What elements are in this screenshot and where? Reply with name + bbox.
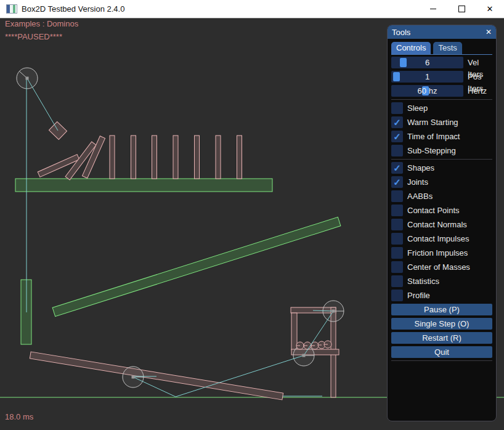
- app-icon: [6, 4, 17, 14]
- checkbox-time-of-impact[interactable]: ✓Time of Impact: [391, 131, 492, 142]
- tools-panel-title: Tools: [392, 28, 410, 37]
- minimize-icon: [430, 9, 436, 9]
- checkbox-box[interactable]: ✓: [391, 131, 403, 142]
- tools-panel-close-icon[interactable]: ✕: [486, 28, 492, 36]
- checkbox-label: Sleep: [407, 103, 428, 113]
- example-label: Examples : Dominos: [5, 19, 78, 28]
- window-titlebar: Box2D Testbed Version 2.4.0 ✕: [0, 0, 504, 18]
- frame-time-label: 18.0 ms: [5, 412, 33, 421]
- body-origin-marker: [132, 376, 135, 379]
- checkbox-joints[interactable]: ✓Joints: [391, 176, 492, 188]
- checkbox-label: Friction Impulses: [407, 248, 468, 258]
- maximize-icon: [458, 6, 465, 12]
- checkbox-contact-points[interactable]: Contact Points: [391, 205, 492, 216]
- checkbox-warm-starting[interactable]: ✓Warm Starting: [391, 116, 492, 128]
- dynamic-body-rect: [291, 313, 297, 350]
- separator: [391, 360, 492, 361]
- checkbox-box[interactable]: [391, 247, 403, 259]
- checkbox-sleep[interactable]: Sleep: [391, 102, 492, 114]
- slider-pos-iters[interactable]: 1: [391, 71, 463, 83]
- checkbox-box[interactable]: ✓: [391, 116, 403, 128]
- tab-bar: ControlsTests: [391, 42, 492, 55]
- minimize-button[interactable]: [419, 0, 447, 18]
- quit-button[interactable]: Quit: [391, 346, 492, 358]
- checkbox-label: Center of Masses: [407, 262, 470, 272]
- checkbox-box[interactable]: ✓: [391, 176, 403, 188]
- joint-line: [27, 78, 58, 131]
- tab-tests[interactable]: Tests: [433, 42, 461, 54]
- static-body-rect: [52, 217, 341, 316]
- checkbox-label: Contact Points: [407, 206, 460, 215]
- checkbox-box[interactable]: [391, 219, 403, 230]
- checkbox-label: Sub-Stepping: [407, 146, 456, 155]
- checkbox-box[interactable]: [391, 102, 403, 114]
- slider-vel-iters[interactable]: 6: [391, 57, 463, 68]
- checkbox-aabbs[interactable]: AABBs: [391, 190, 492, 202]
- checkbox-label: Profile: [407, 291, 430, 300]
- pause-button[interactable]: Pause (P): [391, 304, 492, 315]
- checkbox-center-of-masses[interactable]: Center of Masses: [391, 261, 492, 273]
- slider-label: Hertz: [468, 85, 487, 97]
- checkbox-statistics[interactable]: Statistics: [391, 275, 492, 287]
- checkbox-box[interactable]: ✓: [391, 162, 403, 174]
- joint-line: [304, 311, 333, 355]
- slider-group: 6Vel Iters1Pos Iters60 hzHertz: [391, 57, 492, 97]
- checkbox-box[interactable]: [391, 205, 403, 216]
- checkbox-shapes[interactable]: ✓Shapes: [391, 162, 492, 174]
- tab-controls[interactable]: Controls: [391, 42, 431, 54]
- maximize-button[interactable]: [447, 0, 476, 18]
- dynamic-body-rect: [152, 136, 157, 179]
- static-body-rect: [15, 179, 272, 192]
- separator: [391, 99, 492, 100]
- checkbox-box[interactable]: [391, 190, 403, 202]
- checkbox-contact-impulses[interactable]: Contact Impulses: [391, 233, 492, 245]
- solver-checkbox-group: Sleep✓Warm Starting✓Time of ImpactSub-St…: [391, 102, 492, 156]
- checkbox-sub-stepping[interactable]: Sub-Stepping: [391, 145, 492, 156]
- slider-value: 1: [391, 71, 463, 83]
- dynamic-body-rect: [195, 136, 200, 179]
- dynamic-body-rect: [216, 136, 221, 179]
- checkbox-contact-normals[interactable]: Contact Normals: [391, 219, 492, 230]
- checkbox-label: Contact Normals: [407, 220, 467, 229]
- tools-panel: Tools ✕ ControlsTests 6Vel Iters1Pos Ite…: [387, 25, 497, 421]
- checkbox-box[interactable]: [391, 290, 403, 301]
- dynamic-body-rect: [173, 136, 178, 179]
- checkbox-friction-impulses[interactable]: Friction Impulses: [391, 247, 492, 259]
- checkbox-box[interactable]: [391, 261, 403, 273]
- single-step-button[interactable]: Single Step (O): [391, 318, 492, 330]
- body-origin-marker: [26, 77, 29, 80]
- checkbox-profile[interactable]: Profile: [391, 290, 492, 301]
- slider-hertz[interactable]: 60 hz: [391, 85, 463, 97]
- dynamic-body-rect: [237, 136, 242, 179]
- dynamic-body-rect: [110, 136, 115, 179]
- checkbox-box[interactable]: [391, 233, 403, 245]
- app-window: Examples : Dominos ****PAUSED**** 18.0 m…: [0, 0, 504, 430]
- slider-row: 1Pos Iters: [391, 71, 492, 83]
- slider-row: 6Vel Iters: [391, 57, 492, 68]
- checkbox-label: Time of Impact: [407, 132, 460, 141]
- tools-panel-titlebar[interactable]: Tools ✕: [388, 25, 496, 39]
- checkbox-box[interactable]: [391, 145, 403, 156]
- restart-button[interactable]: Restart (R): [391, 332, 492, 344]
- paused-label: ****PAUSED****: [5, 32, 62, 41]
- body-origin-marker: [332, 310, 335, 313]
- draw-checkbox-group: ✓Shapes✓JointsAABBsContact PointsContact…: [391, 162, 492, 301]
- dynamic-body-rect: [131, 136, 136, 179]
- app-icon-part: [13, 5, 15, 13]
- slider-value: 60 hz: [391, 85, 463, 97]
- close-button[interactable]: ✕: [476, 0, 504, 18]
- checkbox-label: Joints: [407, 177, 428, 187]
- slider-row: 60 hzHertz: [391, 85, 492, 97]
- slider-label: Vel Iters: [468, 57, 492, 68]
- checkbox-label: Contact Impulses: [407, 234, 469, 243]
- checkbox-label: Statistics: [407, 277, 439, 286]
- separator: [391, 159, 492, 160]
- checkbox-label: Shapes: [407, 163, 434, 172]
- tools-panel-body: ControlsTests 6Vel Iters1Pos Iters60 hzH…: [388, 39, 496, 361]
- action-button-group: Pause (P)Single Step (O)Restart (R)Quit: [391, 304, 492, 358]
- checkbox-box[interactable]: [391, 275, 403, 287]
- body-origin-marker: [303, 354, 306, 357]
- window-title: Box2D Testbed Version 2.4.0: [22, 4, 419, 14]
- slider-value: 6: [391, 57, 463, 68]
- dynamic-body-rect: [30, 352, 283, 400]
